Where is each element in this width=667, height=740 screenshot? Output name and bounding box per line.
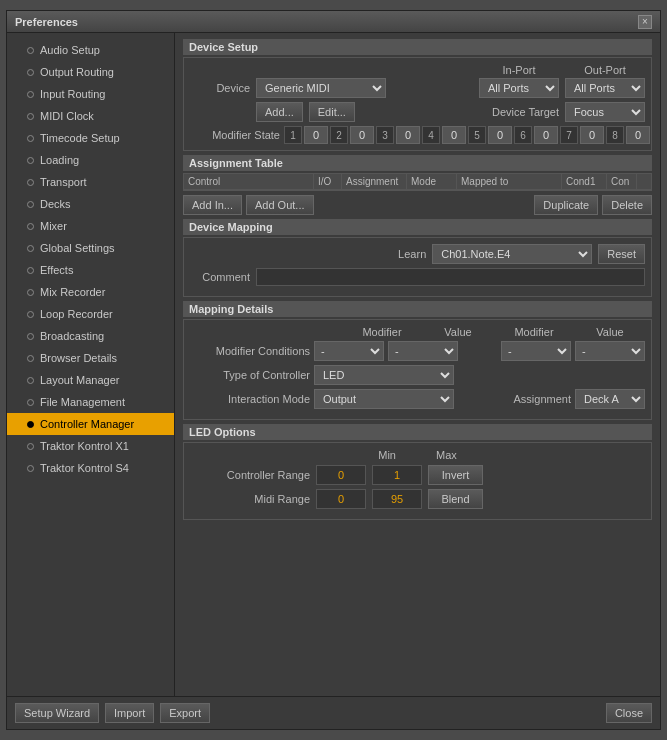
duplicate-button[interactable]: Duplicate [534, 195, 598, 215]
learn-select[interactable]: Ch01.Note.E4 [432, 244, 592, 264]
sidebar-item-label: Browser Details [40, 350, 117, 366]
sidebar-item-audio-setup[interactable]: Audio Setup [7, 39, 174, 61]
add-out-button[interactable]: Add Out... [246, 195, 314, 215]
midi-range-row: Midi Range 0 95 Blend [190, 489, 645, 509]
sidebar-item-browser-details[interactable]: Browser Details [7, 347, 174, 369]
modifier-num-2: 2 [330, 126, 348, 144]
sidebar-item-traktor-kontrol-x1[interactable]: Traktor Kontrol X1 [7, 435, 174, 457]
add-button[interactable]: Add... [256, 102, 303, 122]
assignment-table-box: Control I/O Assignment Mode Mapped to Co… [183, 173, 652, 191]
sidebar-dot-icon [27, 69, 34, 76]
modifier-val-7[interactable]: 0 [580, 126, 604, 144]
sidebar-item-decks[interactable]: Decks [7, 193, 174, 215]
device-select[interactable]: Generic MIDI [256, 78, 386, 98]
cr-max-value: 1 [372, 465, 422, 485]
modifier-num-7: 7 [560, 126, 578, 144]
type-of-controller-row: Type of Controller LED [190, 365, 645, 385]
blend-button[interactable]: Blend [428, 489, 483, 509]
in-port-select[interactable]: All Ports [479, 78, 559, 98]
val2-select[interactable]: - [575, 341, 645, 361]
edit-button[interactable]: Edit... [309, 102, 355, 122]
modifier-val-3[interactable]: 0 [396, 126, 420, 144]
mod1-select[interactable]: - [314, 341, 384, 361]
comment-row: Comment [190, 268, 645, 286]
modifier-val-4[interactable]: 0 [442, 126, 466, 144]
invert-button[interactable]: Invert [428, 465, 483, 485]
device-row: Device Generic MIDI All Ports All Ports [190, 78, 645, 98]
sidebar-item-output-routing[interactable]: Output Routing [7, 61, 174, 83]
bottom-bar: Setup Wizard Import Export Close [7, 696, 660, 729]
sidebar-item-label: Controller Manager [40, 416, 134, 432]
type-select[interactable]: LED [314, 365, 454, 385]
sidebar-dot-icon [27, 91, 34, 98]
sidebar-item-controller-manager[interactable]: Controller Manager [7, 413, 174, 435]
close-icon[interactable]: × [638, 15, 652, 29]
modifier-num-6: 6 [514, 126, 532, 144]
mod2-select[interactable]: - [501, 341, 571, 361]
sidebar-dot-icon [27, 289, 34, 296]
sidebar-item-input-routing[interactable]: Input Routing [7, 83, 174, 105]
mapping-details-section: Mapping Details Modifier Value Modifier … [183, 301, 652, 420]
sidebar-dot-icon [27, 443, 34, 450]
modifier-val-5[interactable]: 0 [488, 126, 512, 144]
sidebar-item-label: Traktor Kontrol X1 [40, 438, 129, 454]
import-button[interactable]: Import [105, 703, 154, 723]
assignment-table-section: Assignment Table Control I/O Assignment … [183, 155, 652, 215]
modifier-num-8: 8 [606, 126, 624, 144]
modifier-val-1[interactable]: 0 [304, 126, 328, 144]
sidebar-item-transport[interactable]: Transport [7, 171, 174, 193]
sidebar-item-mixer[interactable]: Mixer [7, 215, 174, 237]
sidebar-item-midi-clock[interactable]: MIDI Clock [7, 105, 174, 127]
modifier-state-label: Modifier State [190, 129, 280, 141]
sidebar-item-mix-recorder[interactable]: Mix Recorder [7, 281, 174, 303]
sidebar-item-label: Layout Manager [40, 372, 120, 388]
sidebar-dot-icon [27, 333, 34, 340]
comment-input[interactable] [256, 268, 645, 286]
modifier-val-2[interactable]: 0 [350, 126, 374, 144]
port-headers: In-Port Out-Port [190, 64, 645, 76]
sidebar-dot-icon [27, 311, 34, 318]
assignment-label: Assignment [514, 393, 571, 405]
modifier-val-8[interactable]: 0 [626, 126, 650, 144]
delete-button[interactable]: Delete [602, 195, 652, 215]
device-setup-section: Device Setup In-Port Out-Port Device Gen… [183, 39, 652, 151]
sidebar-dot-icon [27, 179, 34, 186]
sidebar-item-global-settings[interactable]: Global Settings [7, 237, 174, 259]
sidebar-item-loading[interactable]: Loading [7, 149, 174, 171]
add-in-button[interactable]: Add In... [183, 195, 242, 215]
sidebar-item-label: Effects [40, 262, 73, 278]
led-min-header: Min [378, 449, 396, 461]
modifier-val-6[interactable]: 0 [534, 126, 558, 144]
sidebar-item-broadcasting[interactable]: Broadcasting [7, 325, 174, 347]
sidebar-item-label: Broadcasting [40, 328, 104, 344]
export-button[interactable]: Export [160, 703, 210, 723]
col-header-mapped: Mapped to [457, 174, 562, 189]
interaction-select[interactable]: Output [314, 389, 454, 409]
sidebar-item-label: Mix Recorder [40, 284, 105, 300]
device-setup-box: In-Port Out-Port Device Generic MIDI All… [183, 57, 652, 151]
sidebar-item-traktor-kontrol-s4[interactable]: Traktor Kontrol S4 [7, 457, 174, 479]
sidebar-item-file-management[interactable]: File Management [7, 391, 174, 413]
out-port-select[interactable]: All Ports [565, 78, 645, 98]
window-title: Preferences [15, 16, 78, 28]
device-target-select[interactable]: Focus [565, 102, 645, 122]
col-header-mode: Mode [407, 174, 457, 189]
setup-wizard-button[interactable]: Setup Wizard [15, 703, 99, 723]
sidebar-dot-icon [27, 47, 34, 54]
sidebar-item-timecode-setup[interactable]: Timecode Setup [7, 127, 174, 149]
col-header-io: I/O [314, 174, 342, 189]
col-header-assign: Assignment [342, 174, 407, 189]
close-button[interactable]: Close [606, 703, 652, 723]
reset-button[interactable]: Reset [598, 244, 645, 264]
sidebar-item-label: Mixer [40, 218, 67, 234]
controller-range-label: Controller Range [190, 469, 310, 481]
sidebar-item-label: Decks [40, 196, 71, 212]
sidebar-item-layout-manager[interactable]: Layout Manager [7, 369, 174, 391]
assignment-select[interactable]: Deck A [575, 389, 645, 409]
mr-max-value: 95 [372, 489, 422, 509]
table-buttons: Add In... Add Out... Duplicate Delete [183, 195, 652, 215]
sidebar-item-loop-recorder[interactable]: Loop Recorder [7, 303, 174, 325]
sidebar-item-effects[interactable]: Effects [7, 259, 174, 281]
comment-label: Comment [190, 271, 250, 283]
val1-select[interactable]: - [388, 341, 458, 361]
